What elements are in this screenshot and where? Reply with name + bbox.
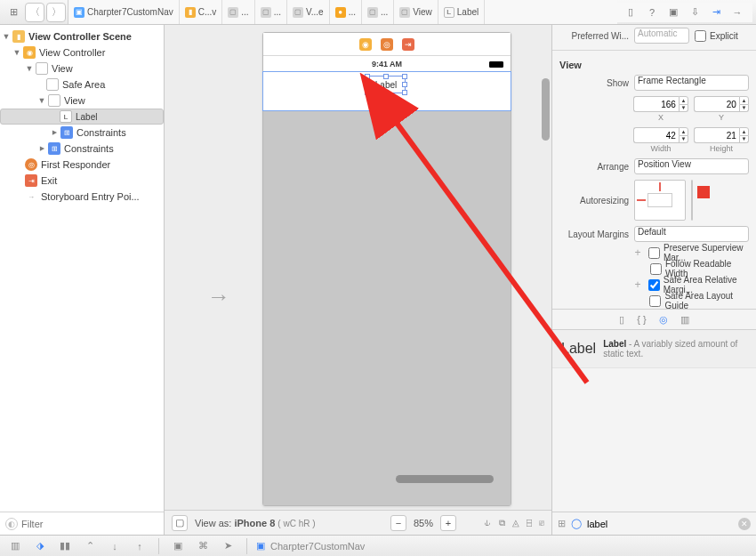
x-stepper[interactable]: ▲▼ (679, 96, 688, 112)
resize-handle[interactable] (402, 82, 407, 87)
margins-select[interactable]: Default (634, 226, 749, 242)
safearea-guide-checkbox[interactable] (649, 295, 661, 307)
viewcontroller-frame[interactable]: ◉ ◎ ⇥ 9:41 AM Label (262, 32, 511, 506)
outline-view2[interactable]: ▼View (0, 93, 164, 109)
safearea-relative-checkbox[interactable] (648, 279, 660, 291)
outline-filter: ◐ (0, 512, 164, 535)
resize-handle[interactable] (383, 90, 389, 95)
vertical-scrollbar[interactable] (542, 78, 550, 141)
outline-exit[interactable]: ⇥Exit (0, 173, 164, 189)
library-item-label[interactable]: Label Label - A variably sized amount of… (552, 330, 756, 368)
crumb-folder[interactable]: ▮C...v (180, 0, 223, 24)
location-icon[interactable]: ➤ (218, 540, 237, 552)
zoom-value[interactable]: 85% (414, 518, 433, 528)
connections-inspector-icon[interactable]: → (728, 3, 747, 22)
crumb-item[interactable]: ▢V...e (287, 0, 330, 24)
arrange-select[interactable]: Position View (634, 158, 749, 174)
height-field[interactable] (694, 127, 739, 143)
bottom-project-name[interactable]: Charpter7CustomNav (270, 541, 365, 552)
selected-label[interactable]: Label (366, 76, 406, 93)
y-field[interactable] (694, 96, 739, 112)
crumb-project[interactable]: ▣Charpter7CustomNav (68, 0, 180, 24)
step-out-icon[interactable]: ↑ (130, 541, 149, 552)
viewcontroller-dock-icon[interactable]: ◉ (359, 38, 372, 51)
canvas-scroll[interactable]: → ◉ ◎ ⇥ 9:41 AM Label (165, 25, 551, 510)
step-over-icon[interactable]: ⌃ (80, 540, 100, 552)
resolve-icon[interactable]: ◬ (512, 518, 519, 528)
outline-tree: ▼▮View Controller Scene ▼◉View Controlle… (0, 25, 164, 512)
code-snippet-library-icon[interactable]: { } (637, 314, 646, 325)
explicit-checkbox[interactable] (695, 30, 706, 42)
filter-scope-icon[interactable]: ◐ (5, 518, 18, 530)
vary-trait-icon[interactable]: + (631, 246, 645, 259)
pref-width-field[interactable]: Automatic (634, 28, 689, 44)
readable-width-checkbox[interactable] (650, 263, 662, 275)
resize-handle[interactable] (365, 90, 370, 95)
width-field[interactable] (633, 127, 679, 143)
first-responder-dock-icon[interactable]: ◎ (381, 38, 393, 51)
height-stepper[interactable]: ▲▼ (739, 127, 749, 143)
pin-icon[interactable]: ⧉ (499, 518, 505, 528)
nav-back-button[interactable]: 〈 (25, 3, 44, 22)
x-field[interactable] (633, 96, 679, 112)
library-filter-input[interactable] (587, 519, 733, 529)
outline-constraints2[interactable]: ▼⊞Constraints (0, 141, 164, 157)
crumb-item[interactable]: ▢... (255, 0, 287, 24)
width-stepper[interactable]: ▲▼ (679, 127, 688, 143)
file-template-library-icon[interactable]: ▯ (619, 314, 624, 326)
memory-graph-icon[interactable]: ⌘ (193, 540, 213, 552)
outline-filter-input[interactable] (21, 519, 158, 529)
show-select[interactable]: Frame Rectangle (634, 75, 749, 91)
crumb-item[interactable]: ▢... (222, 0, 254, 24)
file-inspector-icon[interactable]: ▯ (621, 3, 640, 22)
outline-label[interactable]: LLabel (0, 109, 164, 125)
outline-first-responder[interactable]: ◎First Responder (0, 157, 164, 173)
crumb-item[interactable]: ●... (330, 0, 362, 24)
preserve-superview-checkbox[interactable] (648, 247, 660, 259)
toggle-debug-icon[interactable]: ▥ (5, 540, 25, 552)
help-inspector-icon[interactable]: ? (642, 3, 662, 22)
size-inspector-icon[interactable]: ⇥ (706, 3, 726, 22)
outline-entry[interactable]: →Storyboard Entry Poi... (0, 189, 164, 205)
resize-handle[interactable] (383, 74, 389, 79)
zoom-out-button[interactable]: − (390, 515, 406, 531)
step-in-icon[interactable]: ↓ (105, 541, 125, 552)
resize-handle[interactable] (402, 74, 407, 79)
outline-constraints[interactable]: ▼⊞Constraints (0, 125, 164, 141)
crumb-item[interactable]: ▢View (394, 0, 438, 24)
y-stepper[interactable]: ▲▼ (739, 96, 749, 112)
align-icon[interactable]: ⫝ (483, 518, 492, 528)
autoresizing-control[interactable] (634, 180, 686, 221)
horizontal-scrollbar[interactable] (396, 475, 494, 483)
identity-inspector-icon[interactable]: ▣ (664, 3, 683, 22)
resize-handle[interactable] (402, 90, 407, 95)
exit-dock-icon[interactable]: ⇥ (402, 38, 414, 51)
root-view-content[interactable] (263, 111, 511, 505)
resize-handle[interactable] (365, 82, 370, 87)
view-debugger-icon[interactable]: ▣ (168, 540, 188, 552)
viewas-label[interactable]: View as: iPhone 8 ( wC hR ) (195, 518, 316, 528)
continue-icon[interactable]: ▮▮ (55, 540, 75, 552)
outline-viewcontroller[interactable]: ▼◉View Controller (0, 44, 164, 60)
nav-bar-view[interactable]: Label (263, 72, 511, 111)
vary-trait-icon[interactable]: + (631, 278, 645, 291)
stack-icon[interactable]: ⎚ (539, 518, 544, 528)
embed-icon[interactable]: ⌸ (527, 518, 532, 528)
crumb-item[interactable]: ▢... (362, 0, 394, 24)
outline-toggle-icon[interactable]: ▢ (172, 515, 188, 531)
crumb-label[interactable]: LLabel (438, 0, 485, 24)
nav-forward-button[interactable]: 〉 (46, 3, 66, 22)
object-library-icon[interactable]: ◎ (659, 314, 668, 326)
clear-filter-button[interactable]: ✕ (738, 518, 751, 530)
outline-safearea[interactable]: Safe Area (0, 77, 164, 93)
resize-handle[interactable] (365, 74, 370, 79)
outline-scene[interactable]: ▼▮View Controller Scene (0, 28, 164, 44)
breakpoints-icon[interactable]: ⬗ (30, 540, 50, 552)
related-items-icon[interactable]: ⊞ (4, 3, 23, 22)
outline-view[interactable]: ▼View (0, 60, 164, 77)
attributes-inspector-icon[interactable]: ⇩ (685, 3, 704, 22)
grid-list-toggle-icon[interactable]: ⊞ (558, 518, 566, 529)
scene-dock[interactable]: ◉ ◎ ⇥ (263, 33, 511, 56)
zoom-in-button[interactable]: + (440, 515, 456, 531)
media-library-icon[interactable]: ▥ (680, 314, 689, 326)
